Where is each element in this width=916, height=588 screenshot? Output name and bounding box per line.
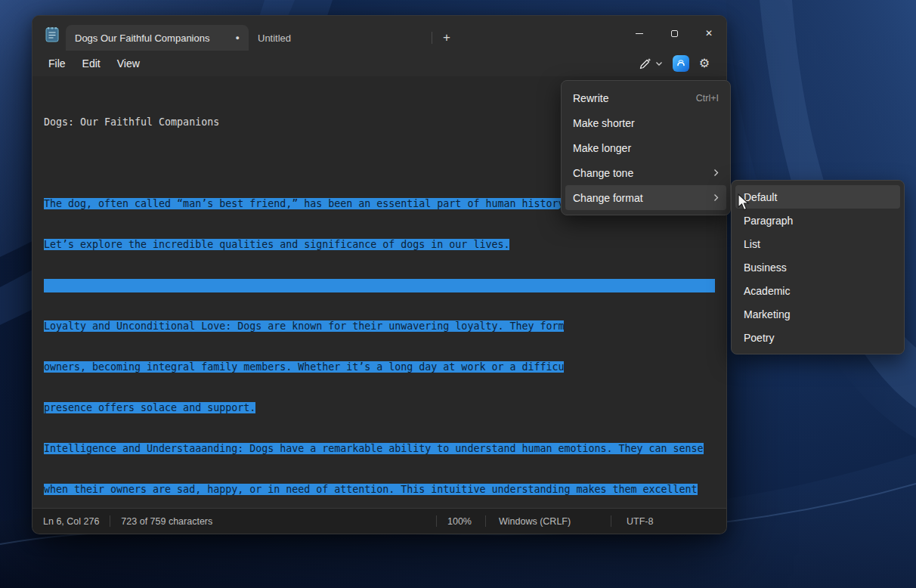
menu-item-label: Rewrite (573, 92, 608, 104)
submenu-item-label: Paragraph (744, 215, 793, 227)
submenu-item-list[interactable]: List (735, 232, 900, 255)
menu-item-label: Make longer (573, 142, 631, 154)
rewrite-pen-icon (638, 57, 652, 71)
menu-item-label: Change tone (573, 167, 633, 179)
notepad-app-icon (45, 26, 60, 42)
maximize-button[interactable] (657, 16, 692, 51)
submenu-item-label: Business (744, 262, 787, 274)
line-text-selected: Let’s explore the incredible qualities a… (44, 239, 509, 250)
titlebar-drag-area (461, 16, 622, 51)
minimize-icon (636, 33, 643, 34)
submenu-item-poetry[interactable]: Poetry (735, 326, 900, 349)
editor-line: Intelligence and Understaaanding: Dogs h… (44, 442, 726, 456)
character-count: 723 of 759 characters (110, 516, 223, 527)
close-icon: ✕ (705, 28, 713, 39)
tab-label: Dogs Our Faithful Companions (75, 32, 209, 44)
desktop: Dogs Our Faithful Companions ● Untitled … (0, 0, 916, 588)
menu-view[interactable]: View (109, 54, 148, 73)
chevron-down-icon (655, 61, 663, 67)
line-text-selected: Loyalty and Unconditional Love: Dogs are… (44, 320, 564, 332)
rewrite-context-menu: Rewrite Ctrl+I Make shorter Make longer … (561, 80, 731, 215)
submenu-item-marketing[interactable]: Marketing (735, 302, 900, 326)
line-ending: Windows (CRLF) (486, 516, 611, 527)
submenu-item-default[interactable]: Default (735, 185, 900, 209)
menu-item-change-tone[interactable]: Change tone (565, 160, 726, 185)
menu-item-make-shorter[interactable]: Make shorter (565, 110, 726, 135)
menu-item-make-longer[interactable]: Make longer (565, 135, 726, 160)
editor-line: Let’s explore the incredible qualities a… (44, 238, 726, 252)
mouse-cursor (738, 193, 751, 212)
close-button[interactable]: ✕ (692, 16, 726, 51)
submenu-item-label: Marketing (744, 308, 790, 320)
menu-item-rewrite[interactable]: Rewrite Ctrl+I (565, 85, 726, 110)
minimize-button[interactable] (622, 16, 657, 51)
editor-line: presence offers solace and support. (44, 401, 726, 415)
line-text-selected (44, 279, 715, 292)
editor-line: Loyalty and Unconditional Love: Dogs are… (44, 320, 726, 333)
submenu-item-label: Academic (744, 285, 790, 297)
editor-line: owners, becoming integral family members… (44, 361, 726, 374)
menu-item-change-format[interactable]: Change format (565, 185, 726, 210)
submenu-item-paragraph[interactable]: Paragraph (735, 209, 900, 232)
chevron-right-icon (713, 169, 719, 177)
line-text-selected: owners, becoming integral family members… (44, 361, 564, 373)
window-controls: ✕ (622, 16, 726, 51)
maximize-icon (671, 30, 678, 37)
submenu-item-business[interactable]: Business (735, 255, 900, 279)
line-text-selected: presence offers solace and support. (44, 402, 255, 413)
copilot-icon (676, 58, 686, 69)
editor-line: when their owners are sad, happy, or in … (44, 483, 726, 497)
line-text: Dogs: Our Faithful Companions (44, 116, 219, 128)
toolbar: ⚙ (638, 55, 710, 72)
cursor-position: Ln 6, Col 276 (32, 516, 110, 527)
submenu-item-academic[interactable]: Academic (735, 279, 900, 302)
submenu-item-label: List (744, 238, 760, 250)
line-text-selected: Intelligence and Understaaanding: Dogs h… (44, 443, 704, 454)
line-text-selected: The dog, often called “man’s best friend… (44, 198, 564, 209)
menu-bar: File Edit View (32, 51, 726, 76)
tab-label: Untitled (258, 32, 291, 44)
menu-edit[interactable]: Edit (74, 54, 109, 73)
new-tab-button[interactable]: + (432, 25, 461, 51)
chevron-right-icon (713, 193, 719, 202)
unsaved-changes-indicator: ● (236, 34, 240, 42)
copilot-button[interactable] (673, 55, 689, 72)
line-text-selected: when their owners are sad, happy, or in … (44, 484, 698, 495)
settings-button[interactable]: ⚙ (699, 57, 710, 70)
encoding: UTF-8 (611, 516, 726, 527)
menu-file[interactable]: File (40, 54, 74, 73)
gear-icon: ⚙ (699, 57, 710, 70)
status-bar: Ln 6, Col 276 723 of 759 characters 100%… (32, 508, 726, 534)
menu-item-label: Change format (573, 192, 643, 204)
tab-untitled[interactable]: Untitled (249, 25, 432, 51)
editor-line (44, 279, 726, 292)
tab-dogs-our-faithful-companions[interactable]: Dogs Our Faithful Companions ● (66, 25, 249, 51)
menu-item-label: Make shorter (573, 117, 635, 129)
zoom-level: 100% (437, 516, 485, 527)
menu-item-shortcut: Ctrl+I (696, 93, 719, 104)
title-bar[interactable]: Dogs Our Faithful Companions ● Untitled … (32, 16, 726, 51)
change-format-submenu: Default Paragraph List Business Academic… (731, 180, 905, 354)
submenu-item-label: Poetry (744, 332, 774, 344)
rewrite-dropdown-button[interactable] (638, 57, 663, 71)
